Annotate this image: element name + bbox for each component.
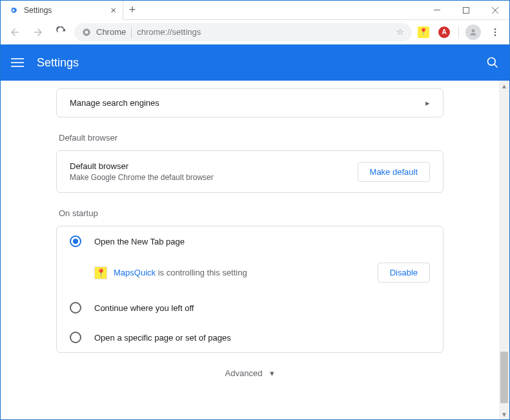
radio-icon — [70, 332, 81, 343]
svg-rect-9 — [11, 62, 24, 63]
default-browser-card: Default browser Make Google Chrome the d… — [56, 150, 444, 193]
menu-button[interactable] — [485, 22, 505, 43]
minimize-button[interactable] — [422, 1, 451, 20]
new-tab-button[interactable]: + — [123, 3, 141, 17]
separator — [458, 26, 459, 39]
manage-search-engines-row[interactable]: Manage search engines ▸ — [57, 89, 443, 117]
hamburger-icon[interactable] — [11, 56, 24, 69]
startup-option-specific[interactable]: Open a specific page or set of pages — [57, 323, 443, 352]
svg-rect-0 — [434, 10, 440, 10]
row-label: Manage search engines — [70, 98, 159, 108]
section-on-startup: On startup — [56, 208, 444, 218]
manage-search-engines-card: Manage search engines ▸ — [56, 88, 444, 117]
svg-rect-8 — [11, 58, 24, 59]
radio-icon — [70, 302, 81, 314]
svg-point-11 — [488, 58, 496, 66]
search-icon[interactable] — [486, 56, 499, 69]
close-window-button[interactable] — [480, 1, 509, 20]
on-startup-card: Open the New Tab page 📍 MapsQuick is con… — [56, 226, 444, 353]
settings-header: Settings — [1, 45, 509, 81]
extension-controlling-row: 📍 MapsQuick is controlling this setting … — [57, 256, 443, 293]
svg-rect-10 — [11, 66, 24, 67]
startup-option-continue[interactable]: Continue where you left off — [57, 293, 443, 323]
forward-button[interactable] — [28, 22, 48, 43]
browser-tab[interactable]: Settings × — [1, 1, 123, 20]
radio-icon — [70, 235, 81, 247]
gear-icon — [8, 5, 19, 15]
scroll-up-icon[interactable]: ▲ — [499, 81, 509, 91]
address-bar[interactable]: Chrome chrome://settings ☆ — [74, 23, 412, 41]
advanced-toggle[interactable]: Advanced ▾ — [1, 368, 499, 378]
reload-button[interactable] — [51, 22, 72, 43]
separator — [131, 27, 132, 37]
omnibox-scheme: Chrome — [96, 27, 126, 37]
maximize-button[interactable] — [451, 1, 480, 20]
chevron-down-icon: ▾ — [270, 368, 274, 378]
default-browser-title: Default browser — [70, 161, 214, 171]
svg-point-7 — [495, 34, 496, 36]
close-icon[interactable]: × — [110, 5, 116, 15]
omnibox-url: chrome://settings — [137, 27, 201, 37]
extension-message: is controlling this setting — [158, 268, 247, 277]
chrome-logo-icon — [82, 28, 91, 37]
section-default-browser: Default browser — [56, 133, 444, 143]
window-titlebar: Settings × + — [1, 1, 509, 20]
advanced-label: Advanced — [225, 368, 263, 378]
scroll-down-icon[interactable]: ▼ — [499, 409, 509, 419]
radio-label: Continue where you left off — [94, 303, 194, 313]
radio-label: Open a specific page or set of pages — [94, 333, 231, 343]
disable-extension-button[interactable]: Disable — [378, 263, 430, 283]
back-button[interactable] — [5, 22, 25, 43]
svg-point-6 — [495, 31, 496, 33]
make-default-button[interactable]: Make default — [358, 162, 430, 182]
svg-point-5 — [495, 28, 496, 30]
extension-badge-icon[interactable]: A — [436, 25, 452, 40]
toolbar: Chrome chrome://settings ☆ 📍 A — [1, 20, 509, 45]
radio-label: Open the New Tab page — [94, 237, 185, 246]
scrollbar[interactable]: ▲ ▼ — [499, 81, 509, 419]
extension-maps-icon: 📍 — [94, 266, 107, 279]
settings-content: Manage search engines ▸ Default browser … — [1, 81, 499, 419]
default-browser-subtitle: Make Google Chrome the default browser — [70, 173, 214, 182]
extension-maps-icon[interactable]: 📍 — [416, 25, 431, 40]
extension-name[interactable]: MapsQuick — [114, 268, 156, 277]
chevron-right-icon: ▸ — [425, 98, 430, 108]
startup-option-newtab[interactable]: Open the New Tab page — [57, 226, 443, 256]
profile-avatar[interactable] — [465, 25, 481, 40]
svg-point-4 — [472, 29, 475, 32]
tab-title: Settings — [24, 6, 52, 15]
svg-rect-1 — [463, 7, 469, 13]
scroll-thumb[interactable] — [500, 352, 508, 403]
star-icon[interactable]: ☆ — [396, 27, 404, 37]
page-title: Settings — [37, 56, 79, 70]
svg-point-3 — [85, 30, 88, 34]
